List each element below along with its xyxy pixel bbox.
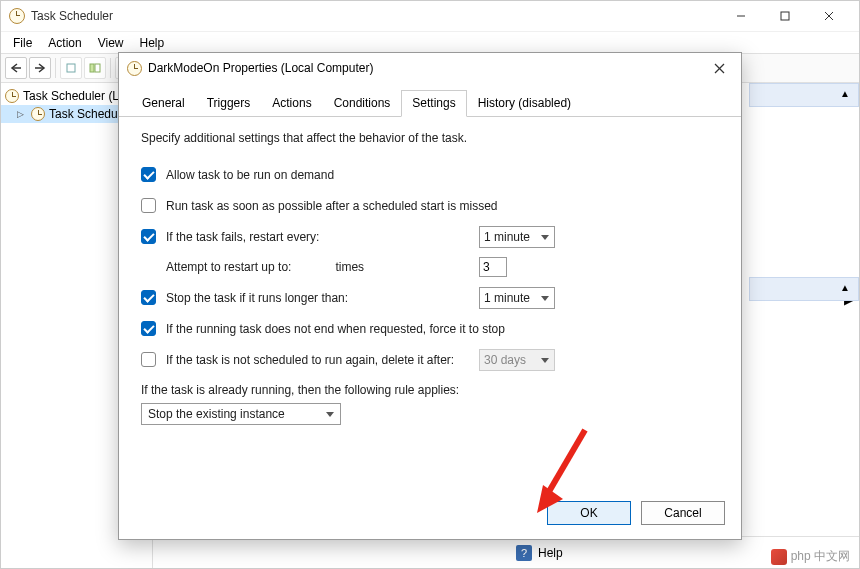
label-force-stop: If the running task does not end when re… <box>166 322 505 336</box>
svg-rect-8 <box>95 64 100 72</box>
label-attempt: Attempt to restart up to: <box>166 260 291 274</box>
checkbox-delete-after[interactable] <box>141 352 156 367</box>
settings-panel: Specify additional settings that affect … <box>119 117 741 491</box>
select-rule[interactable]: Stop the existing instance <box>141 403 341 425</box>
row-force-stop: If the running task does not end when re… <box>141 321 719 336</box>
help-icon[interactable]: ? <box>516 545 532 561</box>
watermark-text: php 中文网 <box>791 548 850 565</box>
minimize-button[interactable] <box>719 2 763 30</box>
rule-value: Stop the existing instance <box>148 407 285 421</box>
actions-band-1[interactable]: ▲ <box>749 83 859 107</box>
tab-conditions[interactable]: Conditions <box>323 90 402 117</box>
maximize-button[interactable] <box>763 2 807 30</box>
toolbar-btn-1[interactable] <box>60 57 82 79</box>
label-rule: If the task is already running, then the… <box>141 383 719 397</box>
dialog-close-button[interactable] <box>705 56 733 80</box>
label-restart-every: If the task fails, restart every: <box>166 230 319 244</box>
row-allow-demand: Allow task to be run on demand <box>141 167 719 182</box>
tab-strip: General Triggers Actions Conditions Sett… <box>119 83 741 117</box>
collapse-arrow-icon: ▲ <box>840 282 850 293</box>
help-label: Help <box>538 546 563 560</box>
watermark-icon <box>771 549 787 565</box>
svg-rect-1 <box>781 12 789 20</box>
toolbar-separator <box>55 58 56 78</box>
back-button[interactable] <box>5 57 27 79</box>
label-allow-demand: Allow task to be run on demand <box>166 168 334 182</box>
menubar: File Action View Help <box>1 31 859 53</box>
tab-general[interactable]: General <box>131 90 196 117</box>
checkbox-run-asap[interactable] <box>141 198 156 213</box>
input-attempt-count[interactable] <box>479 257 507 277</box>
actions-band-2[interactable]: ▲ <box>749 277 859 301</box>
clock-icon <box>31 107 45 121</box>
watermark: php 中文网 <box>771 548 850 565</box>
menu-action[interactable]: Action <box>40 34 89 52</box>
row-attempt: Attempt to restart up to: times <box>141 260 719 274</box>
dialog-title: DarkModeOn Properties (Local Computer) <box>148 61 705 75</box>
menu-help[interactable]: Help <box>132 34 173 52</box>
tab-history[interactable]: History (disabled) <box>467 90 582 117</box>
dialog-clock-icon <box>127 61 142 76</box>
svg-rect-6 <box>67 64 75 72</box>
window-title: Task Scheduler <box>31 9 719 23</box>
status-strip: ? Help <box>156 536 859 568</box>
toolbar-btn-2[interactable] <box>84 57 106 79</box>
app-clock-icon <box>9 8 25 24</box>
row-delete-after: If the task is not scheduled to run agai… <box>141 352 719 367</box>
actions-pane: ▲ ▶ ▲ <box>749 83 859 568</box>
dialog-buttons: OK Cancel <box>119 491 741 539</box>
checkbox-allow-demand[interactable] <box>141 167 156 182</box>
ok-button[interactable]: OK <box>547 501 631 525</box>
label-times: times <box>335 260 364 274</box>
menu-view[interactable]: View <box>90 34 132 52</box>
checkbox-stop-longer[interactable] <box>141 290 156 305</box>
tab-triggers[interactable]: Triggers <box>196 90 262 117</box>
select-restart-interval[interactable]: 1 minute <box>479 226 555 248</box>
label-run-asap: Run task as soon as possible after a sch… <box>166 199 498 213</box>
select-stop-duration[interactable]: 1 minute <box>479 287 555 309</box>
intro-text: Specify additional settings that affect … <box>141 131 719 145</box>
label-delete-after: If the task is not scheduled to run agai… <box>166 353 454 367</box>
expand-icon[interactable]: ▷ <box>17 109 27 119</box>
label-stop-longer: Stop the task if it runs longer than: <box>166 291 348 305</box>
toolbar-separator-2 <box>110 58 111 78</box>
close-button[interactable] <box>807 2 851 30</box>
tree-root-label: Task Scheduler (L <box>23 89 119 103</box>
clock-icon <box>5 89 19 103</box>
tab-settings[interactable]: Settings <box>401 90 466 117</box>
row-run-asap: Run task as soon as possible after a sch… <box>141 198 719 213</box>
select-delete-duration: 30 days <box>479 349 555 371</box>
row-restart-every: If the task fails, restart every: 1 minu… <box>141 229 719 244</box>
menu-file[interactable]: File <box>5 34 40 52</box>
dialog-titlebar: DarkModeOn Properties (Local Computer) <box>119 53 741 83</box>
collapse-arrow-icon: ▲ <box>840 88 850 99</box>
row-stop-longer: Stop the task if it runs longer than: 1 … <box>141 290 719 305</box>
forward-button[interactable] <box>29 57 51 79</box>
cancel-button[interactable]: Cancel <box>641 501 725 525</box>
titlebar: Task Scheduler <box>1 1 859 31</box>
tree-child-label: Task Schedul <box>49 107 120 121</box>
checkbox-restart-every[interactable] <box>141 229 156 244</box>
checkbox-force-stop[interactable] <box>141 321 156 336</box>
properties-dialog: DarkModeOn Properties (Local Computer) G… <box>118 52 742 540</box>
svg-rect-7 <box>90 64 94 72</box>
tab-actions[interactable]: Actions <box>261 90 322 117</box>
